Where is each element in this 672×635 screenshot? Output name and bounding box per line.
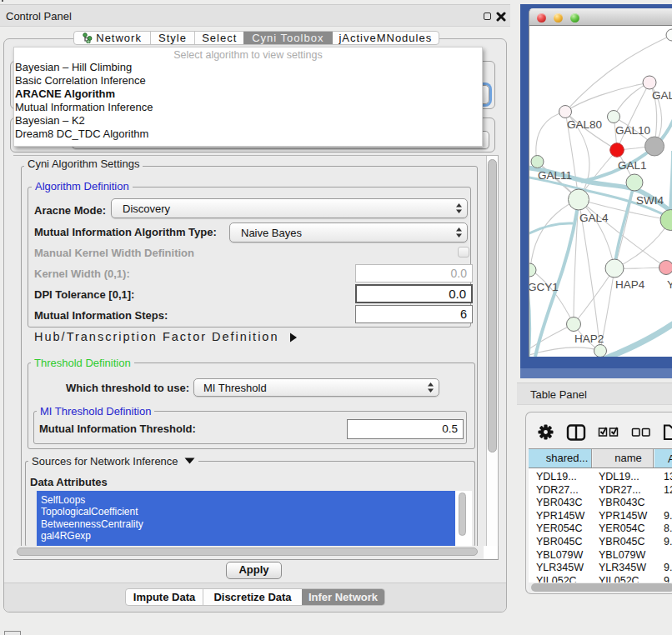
svg-text:Y: Y [667,278,672,291]
svg-text:GAL4: GAL4 [579,212,609,224]
svg-text:GAL11: GAL11 [538,169,572,182]
svg-text:SWI4: SWI4 [636,194,664,207]
svg-text:HAP2: HAP2 [574,332,604,345]
svg-text:GAL80: GAL80 [567,118,602,131]
svg-text:GAL10: GAL10 [615,124,650,137]
svg-text:GAL1: GAL1 [618,159,647,172]
svg-text:GCY1: GCY1 [529,281,559,293]
svg-text:GAL: GAL [652,89,672,102]
svg-text:HAP4: HAP4 [615,278,645,291]
